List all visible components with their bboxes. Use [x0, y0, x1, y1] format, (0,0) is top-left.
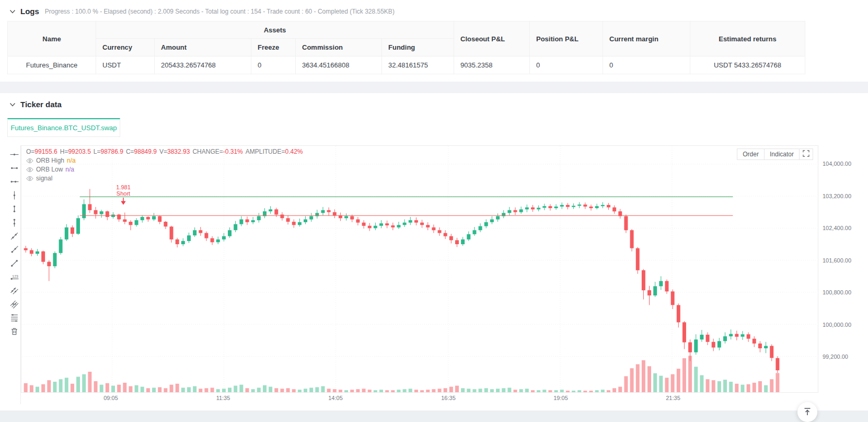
cell-position-pnl: 0 [530, 56, 603, 74]
down-arrow-icon [120, 197, 126, 205]
time-axis: 09:0511:3514:0516:3519:0521:35 [21, 393, 818, 404]
price-tick-label: 99,200.00 [823, 353, 848, 360]
legend-value: 98849.9 [134, 148, 157, 155]
legend-item: CHANGE=-0.31% [192, 147, 242, 156]
ticker-title: Ticker data [20, 100, 62, 109]
collapse-ticker-icon[interactable] [9, 102, 16, 107]
indicator-row: ORB Lown/a [26, 165, 303, 174]
tool-parallel-lines-icon[interactable] [7, 283, 21, 297]
logs-header: Logs Progress : 100.0 % - Elapsed (secon… [0, 0, 868, 21]
legend-value: 99155.6 [34, 148, 57, 155]
expand-icon [803, 150, 809, 158]
logs-section: Logs Progress : 100.0 % - Elapsed (secon… [0, 0, 868, 74]
col-group-assets: Assets [96, 21, 454, 39]
col-header-current-margin: Current margin [603, 21, 690, 56]
chart-container: 123 O=99155.6H=99203.5L=98786.9C=98849.9… [7, 145, 868, 404]
legend-item: L=98786.9 [94, 147, 123, 156]
tool-vertical-segment-icon[interactable] [7, 202, 21, 215]
legend-item: AMPLITUDE=0.42% [246, 147, 303, 156]
chart-controls: Order Indicator [737, 149, 813, 160]
legend-item: C=98849.9 [126, 147, 157, 156]
tool-ray-line-icon[interactable] [7, 243, 21, 256]
col-header-freeze: Freeze [251, 39, 296, 56]
chart-legend: O=99155.6H=99203.5L=98786.9C=98849.9V=38… [26, 147, 303, 183]
price-tick-label: 100,000.00 [823, 322, 851, 328]
logs-title: Logs [20, 7, 39, 16]
legend-key: C= [126, 148, 134, 155]
time-tick-label: 21:35 [662, 395, 685, 401]
drawing-toolbar: 123 [7, 145, 21, 404]
ticker-section: Ticker data Futures_Binance.BTC_USDT.swa… [0, 93, 868, 404]
ticker-header: Ticker data [0, 93, 868, 114]
time-tick-label: 09:05 [99, 395, 122, 401]
price-tick-label: 101,600.00 [823, 257, 851, 264]
cell-currency: USDT [96, 56, 155, 74]
indicator-value: n/a [67, 156, 76, 165]
chart-main: O=99155.6H=99203.5L=98786.9C=98849.9V=38… [21, 145, 818, 404]
tool-trend-line-icon[interactable] [7, 229, 21, 243]
tool-price-line-icon[interactable]: 123 [7, 270, 21, 283]
cell-closeout-pnl: 9035.2358 [454, 56, 530, 74]
indicator-label: ORB Low [36, 165, 63, 174]
legend-value: 0.42% [285, 148, 303, 155]
price-tick-label: 104,000.00 [823, 161, 851, 167]
indicator-label: signal [36, 174, 52, 183]
col-header-position-pnl: Position P&L [530, 21, 603, 56]
legend-key: AMPLITUDE= [246, 148, 285, 155]
col-header-funding: Funding [382, 39, 454, 56]
cell-current-margin: 0 [603, 56, 690, 74]
tool-horizontal-ray-icon[interactable] [7, 175, 21, 188]
logs-progress-meta: Progress : 100.0 % - Elapsed (second) : … [45, 8, 395, 15]
indicator-row: signal [26, 174, 303, 183]
price-tick-label: 102,400.00 [823, 225, 851, 231]
time-tick-label: 14:05 [324, 395, 347, 401]
visibility-eye-icon[interactable] [26, 166, 33, 173]
legend-item: V=3832.93 [159, 147, 190, 156]
tool-horizontal-line-icon[interactable] [7, 147, 21, 161]
order-button[interactable]: Order [737, 149, 765, 160]
legend-value: 98786.9 [101, 148, 123, 155]
back-to-top-button[interactable] [797, 402, 817, 422]
tab-futures-binance-btc-usdt-swap[interactable]: Futures_Binance.BTC_USDT.swap [7, 118, 120, 137]
back-to-top-icon [802, 406, 813, 418]
legend-key: CHANGE= [192, 148, 223, 155]
cell-amount: 205433.26574768 [155, 56, 251, 74]
time-tick-label: 19:05 [549, 395, 572, 401]
visibility-eye-icon[interactable] [26, 175, 33, 182]
collapse-logs-icon[interactable] [9, 9, 16, 14]
cell-estimated-returns: USDT 5433.26574768 [690, 56, 805, 74]
legend-item: H=99203.5 [60, 147, 91, 156]
cell-freeze: 0 [251, 56, 296, 74]
tool-vertical-line-icon[interactable] [7, 188, 21, 202]
legend-item: O=99155.6 [26, 147, 57, 156]
time-tick-label: 11:35 [212, 395, 235, 401]
price-tick-label: 100,800.00 [823, 289, 851, 295]
fullscreen-button[interactable] [799, 149, 813, 160]
visibility-eye-icon[interactable] [26, 157, 33, 164]
col-header-closeout-pnl: Closeout P&L [454, 21, 530, 56]
col-header-commission: Commission [296, 39, 382, 56]
tool-delete-icon[interactable] [7, 324, 21, 338]
indicator-value: n/a [65, 165, 74, 174]
tool-vertical-ray-icon[interactable] [7, 215, 21, 229]
legend-key: L= [94, 148, 101, 155]
legend-key: V= [159, 148, 167, 155]
tool-price-channel-icon[interactable] [7, 297, 21, 311]
short-signal-marker: 1.981 Short [112, 184, 135, 206]
cell-commission: 3634.45166808 [296, 56, 382, 74]
legend-key: H= [60, 148, 68, 155]
ticker-tabs: Futures_Binance.BTC_USDT.swap [7, 118, 868, 137]
col-header-name: Name [8, 21, 96, 56]
indicator-button[interactable]: Indicator [764, 149, 800, 160]
svg-text:123: 123 [12, 274, 18, 278]
col-header-amount: Amount [155, 39, 251, 56]
time-tick-label: 16:35 [437, 395, 460, 401]
tool-fibonacci-icon[interactable] [7, 311, 21, 324]
page-footer-band [0, 410, 868, 422]
table-row: Futures_Binance USDT 205433.26574768 0 3… [8, 56, 805, 74]
tool-segment-icon[interactable] [7, 256, 21, 270]
section-divider [0, 82, 868, 93]
tool-horizontal-segment-icon[interactable] [7, 161, 21, 175]
ohlc-legend-row: O=99155.6H=99203.5L=98786.9C=98849.9V=38… [26, 147, 303, 156]
price-axis[interactable]: 104,000.00103,200.00102,400.00101,600.00… [818, 145, 868, 404]
